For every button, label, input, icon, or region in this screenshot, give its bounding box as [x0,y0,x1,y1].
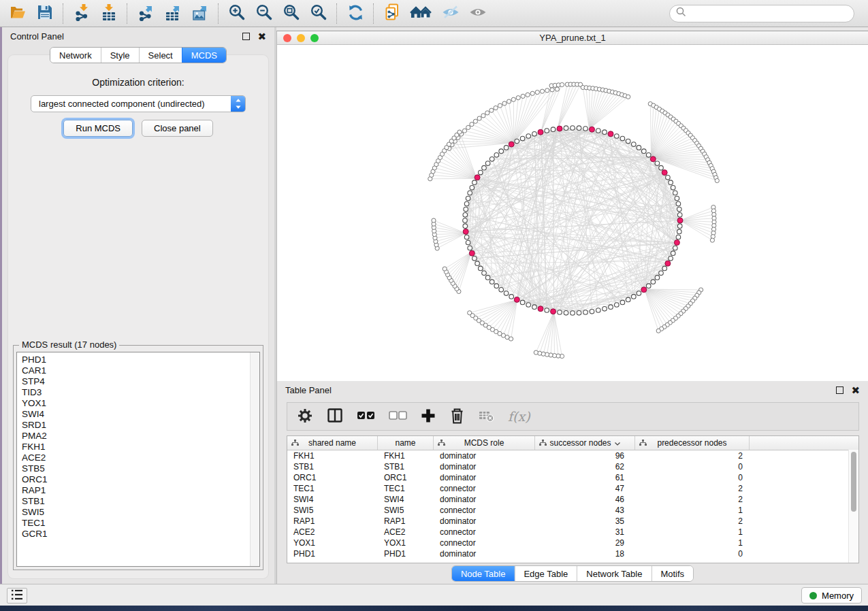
column-header-MCDS-role[interactable]: MCDS role [434,436,535,450]
run-mcds-button[interactable]: Run MCDS [63,120,133,137]
cell[interactable]: 2 [635,483,750,494]
mcds-result-item[interactable]: SWI4 [22,409,259,420]
network-canvas[interactable] [277,45,868,382]
optimization-criterion-select[interactable]: largest connected component (undirected) [31,95,246,112]
search-input[interactable] [690,7,848,19]
cell[interactable]: FKH1 [378,450,434,461]
table-scrollbar-thumb[interactable] [851,452,856,512]
cell[interactable]: 31 [535,527,635,538]
cell[interactable]: 29 [535,538,635,548]
cell[interactable]: 43 [535,505,635,516]
cell[interactable]: 0 [635,548,750,559]
cell[interactable]: connector [434,538,535,548]
cell[interactable]: 47 [535,483,635,494]
cell[interactable]: dominator [434,548,535,559]
mcds-result-item[interactable]: STB5 [22,463,259,474]
mcds-result-item[interactable]: GCR1 [22,529,259,540]
table-row[interactable]: SWI4SWI4dominator462 [287,494,858,505]
tab-mcds[interactable]: MCDS [182,48,226,63]
cell[interactable]: ACE2 [378,527,434,538]
tab-network[interactable]: Network [50,48,101,63]
cell[interactable]: RAP1 [378,516,434,527]
table-tab-node-table[interactable]: Node Table [452,566,515,581]
delete-table-button[interactable] [479,409,494,425]
column-header-predecessor-nodes[interactable]: predecessor nodes [635,436,750,450]
cell[interactable]: 1 [635,538,750,548]
mcds-result-item[interactable]: TID3 [22,387,259,398]
mcds-result-item[interactable]: RAP1 [22,485,259,496]
cell[interactable]: ACE2 [287,527,378,538]
table-row[interactable]: YOX1YOX1connector291 [287,538,858,548]
table-row[interactable]: PHD1PHD1dominator180 [287,548,858,559]
cell[interactable]: 61 [535,472,635,483]
table-row[interactable]: FKH1FKH1dominator962 [287,450,858,461]
column-header-successor-nodes[interactable]: successor nodes [535,436,635,450]
cell[interactable]: STB1 [287,461,378,472]
cell[interactable]: SWI4 [378,494,434,505]
mcds-list-scrollbar[interactable] [250,352,259,566]
cell[interactable]: RAP1 [287,516,378,527]
zoom-in-button[interactable] [223,2,251,25]
hide-selection-button[interactable] [437,2,464,25]
mcds-result-item[interactable]: PMA2 [22,431,259,442]
cell[interactable]: STB1 [378,461,434,472]
mcds-result-item[interactable]: ORC1 [22,474,259,485]
column-header-shared-name[interactable]: shared name [287,436,378,450]
cell[interactable]: 35 [535,516,635,527]
table-tab-edge-table[interactable]: Edge Table [514,566,577,581]
mcds-result-item[interactable]: ACE2 [22,452,259,463]
network-window-titlebar[interactable]: YPA_prune.txt_1 [277,31,868,45]
zoom-selected-button[interactable] [305,2,332,25]
cell[interactable]: PHD1 [287,548,378,559]
mcds-result-item[interactable]: SRD1 [22,420,259,431]
close-panel-button[interactable]: Close panel [142,120,213,137]
zoom-out-button[interactable] [251,2,278,25]
panel-menu-button[interactable] [7,588,27,604]
table-tab-network-table[interactable]: Network Table [577,566,651,581]
cell[interactable]: connector [434,527,535,538]
cell[interactable]: connector [434,483,535,494]
first-neighbors-button[interactable] [406,2,437,25]
select-all-button[interactable] [357,410,375,423]
export-network-button[interactable] [132,2,159,25]
save-button[interactable] [31,2,59,25]
table-scrollbar[interactable] [848,450,858,563]
mcds-result-item[interactable]: YOX1 [22,398,259,409]
add-row-button[interactable] [421,408,436,425]
table-row[interactable]: SWI5SWI5connector431 [287,505,858,516]
open-button[interactable] [4,2,31,25]
cell[interactable]: 2 [635,494,750,505]
cell[interactable]: 1 [635,527,750,538]
import-table-button[interactable] [95,2,123,25]
cell[interactable]: SWI4 [287,494,378,505]
table-settings-button[interactable] [297,408,313,426]
table-tab-motifs[interactable]: Motifs [651,566,693,581]
show-columns-button[interactable] [327,408,343,425]
mcds-result-list[interactable]: PHD1CAR1STP4TID3YOX1SWI4SRD1PMA2FKH1ACE2… [16,352,260,567]
table-row[interactable]: TEC1TEC1connector472 [287,483,858,494]
tab-style[interactable]: Style [101,48,139,63]
cell[interactable]: TEC1 [287,483,378,494]
apply-layout-button[interactable] [342,2,369,25]
mcds-result-item[interactable]: TEC1 [22,518,259,529]
cell[interactable]: SWI5 [378,505,434,516]
cell[interactable]: 0 [635,472,750,483]
deselect-all-button[interactable] [389,410,407,423]
search-box[interactable] [669,5,854,22]
float-panel-icon[interactable] [836,386,843,394]
mcds-result-item[interactable]: STB1 [22,496,259,507]
cell[interactable]: dominator [434,472,535,483]
import-network-button[interactable] [68,2,95,25]
mcds-result-item[interactable]: SWI5 [22,507,259,518]
cell[interactable]: FKH1 [287,450,378,461]
cell[interactable]: dominator [434,461,535,472]
cell[interactable]: YOX1 [378,538,434,548]
cell[interactable]: 2 [635,450,750,461]
cell[interactable]: dominator [434,450,535,461]
cell[interactable]: 2 [635,516,750,527]
memory-button[interactable]: Memory [801,587,862,604]
mcds-result-item[interactable]: STP4 [22,376,259,387]
mcds-result-item[interactable]: FKH1 [22,442,259,452]
export-image-button[interactable] [187,2,214,25]
cell[interactable]: TEC1 [378,483,434,494]
